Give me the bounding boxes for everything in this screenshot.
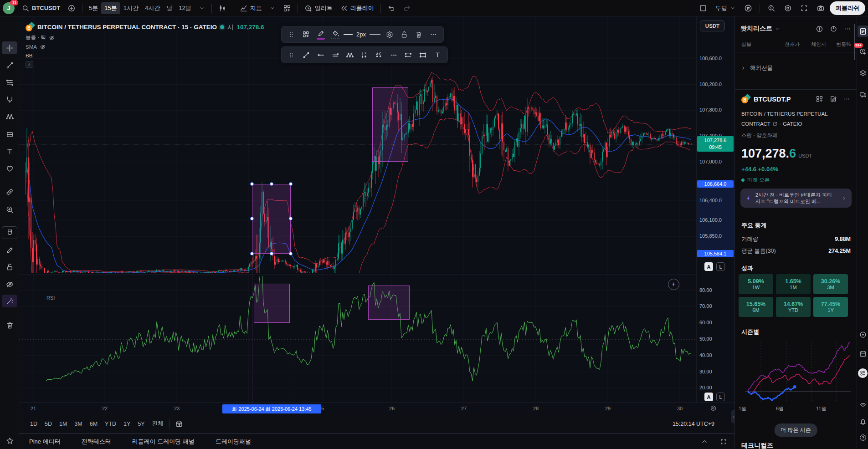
clock[interactable]: 15:20:14 UTC+9: [673, 421, 714, 427]
toolbar-drag-handle[interactable]: [285, 49, 298, 61]
rsi-drawing-box-2[interactable]: [368, 286, 410, 320]
chart-style-icon[interactable]: [215, 2, 230, 14]
draw-mode-tool[interactable]: [2, 244, 17, 256]
legend-sma-row[interactable]: SMA: [26, 44, 264, 50]
chart-area[interactable]: B BITCOIN / TETHERUS PERPETUAL CONTRACT …: [19, 16, 696, 403]
eye-off-icon[interactable]: [40, 44, 46, 50]
fill-color-bucket-icon[interactable]: [329, 28, 342, 41]
price-drawing-box-2[interactable]: [372, 87, 408, 162]
quick-search-icon[interactable]: [764, 2, 779, 14]
selection-handle[interactable]: [270, 182, 273, 186]
symbol-search-button[interactable]: BTCUSDT: [18, 2, 63, 14]
more-seasons-button[interactable]: 더 많은 시즌: [774, 423, 817, 437]
crosshair-tool[interactable]: [2, 41, 17, 54]
column-심볼[interactable]: 심볼: [741, 41, 771, 48]
parallel-lines-icon[interactable]: [329, 49, 342, 61]
bottom-tab-3[interactable]: 리플레이 트레이딩 패널: [132, 438, 195, 446]
text-tool[interactable]: [2, 145, 17, 158]
watchlist-group-row[interactable]: 해외선물: [735, 60, 857, 76]
timeframe-12달[interactable]: 12달: [175, 2, 194, 14]
price-axis[interactable]: USDT 108,600.0108,200.0107,800.0107,400.…: [696, 16, 734, 403]
range-5D[interactable]: 5D: [41, 418, 56, 429]
selection-handle[interactable]: [289, 182, 293, 186]
layers-panel-icon[interactable]: [858, 67, 868, 79]
target-panel-icon[interactable]: [858, 329, 868, 341]
notifications-icon[interactable]: [858, 415, 868, 427]
rectangle-tool-icon[interactable]: [416, 49, 429, 61]
column-현재가[interactable]: 현재가: [771, 41, 800, 48]
indicators-button[interactable]: 지표: [236, 2, 265, 14]
performance-tile-1Y[interactable]: 77.45%1Y: [813, 297, 848, 317]
drawing-template-icon[interactable]: [300, 28, 313, 41]
fib-retracement-tool[interactable]: [2, 76, 17, 89]
performance-tile-3M[interactable]: 30.26%3M: [813, 274, 848, 294]
selection-handle[interactable]: [289, 252, 293, 255]
add-symbol-icon[interactable]: [816, 25, 823, 33]
range-5Y[interactable]: 5Y: [134, 418, 148, 429]
chat-panel-icon[interactable]: [858, 89, 868, 101]
lock-all-tool[interactable]: [2, 260, 17, 273]
performance-tile-6M[interactable]: 15.65%6M: [739, 297, 773, 317]
currency-unit-button[interactable]: USDT: [700, 20, 725, 31]
favorites-star-icon[interactable]: [2, 434, 17, 447]
axis-settings-gear-icon[interactable]: [710, 405, 717, 412]
legend-bb-row[interactable]: BB: [26, 53, 264, 58]
price-drawing-box-1[interactable]: [252, 184, 291, 254]
line-width-button[interactable]: 2px: [344, 28, 367, 41]
indicator-templates-icon[interactable]: [280, 2, 294, 14]
watchlist-panel-icon[interactable]: [858, 26, 868, 37]
column-변동%[interactable]: 변동%: [826, 41, 851, 48]
zoom-in-tool[interactable]: [2, 203, 17, 216]
help-icon[interactable]: [858, 432, 868, 444]
hide-all-tool[interactable]: [2, 278, 17, 291]
range-1Y[interactable]: 1Y: [120, 418, 134, 429]
trendline-tool[interactable]: [2, 59, 17, 71]
timeframe-날[interactable]: 날: [163, 2, 175, 14]
more-options-icon[interactable]: [844, 25, 852, 33]
legend-title-row[interactable]: B BITCOIN / TETHERUS PERPETUAL CONTRACT …: [26, 23, 264, 31]
performance-tile-1W[interactable]: 5.09%1W: [739, 274, 773, 294]
pattern-tool[interactable]: [2, 110, 17, 123]
go-to-date-icon[interactable]: [175, 420, 183, 428]
timeframe-4시간[interactable]: 4시간: [142, 2, 163, 14]
emoji-tool[interactable]: [2, 162, 17, 175]
horizontal-ray-icon[interactable]: [314, 49, 327, 61]
news-headline-pill[interactable]: 2시간 전 · 비트코인 반대론자 피터 시프 "트럼프의 비트코인 베...: [740, 189, 852, 208]
anchored-note-15-icon[interactable]: [358, 49, 371, 61]
apps-grid-icon[interactable]: [858, 367, 868, 379]
range-YTD[interactable]: YTD: [101, 418, 120, 429]
layout-name-button[interactable]: 투딩: [712, 2, 739, 14]
range-3M[interactable]: 3M: [71, 418, 86, 429]
performance-tile-YTD[interactable]: 14.67%YTD: [776, 297, 811, 317]
heatmap-icon[interactable]: [830, 25, 837, 33]
compare-add-icon[interactable]: [64, 2, 79, 14]
user-avatar[interactable]: J11: [3, 2, 15, 14]
rsi-drawing-box-1[interactable]: [254, 284, 290, 323]
range-전체[interactable]: 전체: [149, 418, 167, 430]
projection-tool[interactable]: [2, 128, 17, 141]
alerts-panel-icon[interactable]: 99+: [858, 46, 868, 57]
range-1D[interactable]: 1D: [26, 418, 41, 429]
grid-view-icon[interactable]: [816, 95, 823, 103]
undo-icon[interactable]: [384, 2, 399, 14]
bottom-tab-2[interactable]: 전략테스터: [82, 438, 111, 446]
hash-sync-icon[interactable]: [741, 2, 755, 14]
remove-all-tool[interactable]: [2, 319, 17, 332]
sidebar-scrollbar[interactable]: [854, 24, 855, 60]
anchored-note-ac-icon[interactable]: [373, 49, 385, 61]
calendar-panel-icon[interactable]: [858, 348, 868, 360]
bottom-tab-1[interactable]: Pine 에디터: [29, 438, 61, 446]
selection-handle[interactable]: [250, 252, 254, 255]
snapshot-camera-icon[interactable]: [813, 2, 828, 14]
column-체인지[interactable]: 체인지: [800, 41, 826, 48]
time-axis[interactable]: 화 2025-06-24 화 2025-06-24 13:45 21222352…: [19, 403, 734, 414]
timeframe-15분[interactable]: 15분: [101, 2, 120, 14]
broadcast-icon[interactable]: [858, 399, 868, 411]
toolbar-drag-handle[interactable]: [285, 28, 298, 41]
eye-off-icon[interactable]: [49, 35, 55, 41]
drawing-unlock-icon[interactable]: [398, 28, 411, 41]
object-eraser-tool[interactable]: [2, 295, 17, 307]
channel-icon[interactable]: [402, 49, 415, 61]
layout-square-icon[interactable]: [696, 2, 710, 14]
line-style-button[interactable]: [369, 28, 381, 41]
